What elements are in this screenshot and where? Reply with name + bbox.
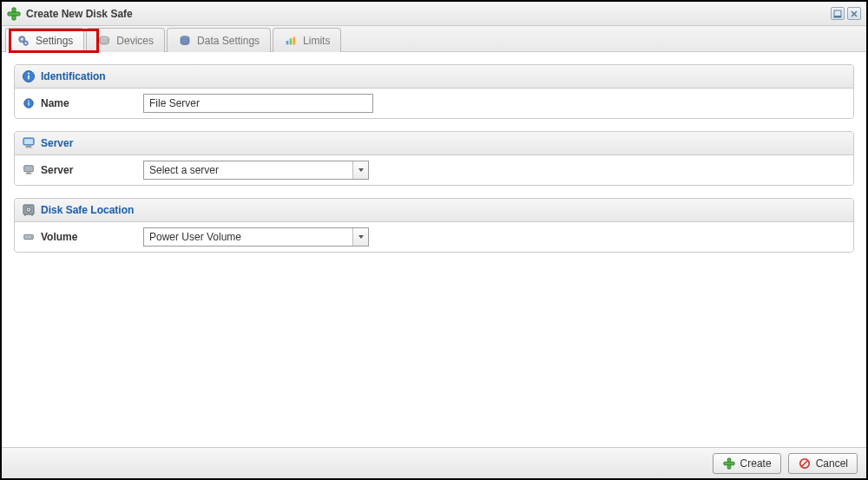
fieldset-identification: Identification Name bbox=[14, 64, 854, 119]
chart-icon bbox=[284, 34, 298, 48]
server-label: Server bbox=[41, 164, 73, 176]
drive-icon bbox=[22, 230, 36, 244]
tab-label: Settings bbox=[36, 35, 73, 47]
tab-label: Data Settings bbox=[197, 35, 260, 47]
chevron-down-icon bbox=[352, 228, 368, 246]
name-input[interactable] bbox=[143, 94, 373, 113]
svg-rect-3 bbox=[834, 16, 841, 17]
button-label: Cancel bbox=[816, 457, 848, 470]
window-title: Create New Disk Safe bbox=[26, 8, 825, 20]
svg-rect-18 bbox=[28, 102, 29, 106]
disk-icon bbox=[97, 34, 111, 48]
svg-rect-12 bbox=[290, 38, 293, 44]
svg-rect-31 bbox=[31, 214, 33, 215]
svg-rect-1 bbox=[8, 12, 20, 16]
volume-combo[interactable]: Power User Volume bbox=[143, 227, 369, 247]
svg-rect-13 bbox=[293, 37, 296, 45]
tab-settings[interactable]: Settings bbox=[5, 28, 84, 52]
footer: Create Cancel bbox=[2, 447, 866, 478]
chevron-down-icon bbox=[352, 161, 368, 179]
svg-rect-24 bbox=[24, 166, 34, 172]
info-icon bbox=[22, 96, 36, 110]
database-icon bbox=[178, 34, 192, 48]
fieldset-server: Server Server Select a server bbox=[14, 131, 854, 186]
fieldset-legend: Server bbox=[41, 137, 73, 149]
plus-icon bbox=[7, 7, 21, 21]
monitor-icon bbox=[22, 163, 36, 177]
create-button[interactable]: Create bbox=[713, 453, 781, 474]
fieldset-legend: Identification bbox=[41, 70, 106, 82]
close-button[interactable] bbox=[847, 7, 861, 20]
svg-rect-35 bbox=[723, 462, 733, 465]
minimize-button[interactable] bbox=[831, 7, 845, 20]
plus-icon bbox=[722, 457, 736, 470]
tabstrip: Settings Devices Data Settings Limits bbox=[2, 26, 866, 52]
server-combo[interactable]: Select a server bbox=[143, 161, 369, 180]
titlebar: Create New Disk Safe bbox=[2, 2, 866, 26]
tab-data-settings[interactable]: Data Settings bbox=[167, 28, 271, 52]
tab-label: Devices bbox=[116, 35, 154, 47]
content-area: Identification Name Server bbox=[2, 54, 866, 445]
svg-rect-21 bbox=[24, 139, 33, 144]
cancel-button[interactable]: Cancel bbox=[788, 453, 858, 474]
svg-rect-22 bbox=[26, 146, 31, 148]
volume-label: Volume bbox=[41, 231, 77, 243]
svg-point-16 bbox=[28, 73, 30, 75]
tab-devices[interactable]: Devices bbox=[86, 28, 165, 52]
svg-rect-11 bbox=[286, 41, 289, 44]
fieldset-disk-safe-location: Disk Safe Location Volume Power User Vol… bbox=[14, 198, 854, 253]
info-icon bbox=[22, 69, 36, 83]
name-label: Name bbox=[41, 97, 69, 109]
svg-point-29 bbox=[28, 209, 30, 211]
safe-icon bbox=[22, 203, 36, 217]
combo-text: Power User Volume bbox=[144, 231, 352, 243]
cancel-icon bbox=[798, 457, 812, 470]
svg-point-7 bbox=[25, 43, 27, 44]
gears-icon bbox=[16, 34, 30, 48]
svg-rect-15 bbox=[28, 76, 30, 80]
svg-rect-23 bbox=[25, 148, 32, 148]
svg-rect-26 bbox=[26, 174, 32, 174]
button-label: Create bbox=[740, 457, 772, 470]
svg-line-37 bbox=[801, 460, 807, 466]
fieldset-legend: Disk Safe Location bbox=[41, 204, 134, 216]
svg-point-19 bbox=[28, 100, 30, 102]
tab-label: Limits bbox=[303, 35, 330, 47]
svg-point-5 bbox=[21, 38, 23, 40]
svg-rect-30 bbox=[24, 214, 26, 215]
svg-rect-25 bbox=[26, 173, 30, 174]
svg-point-33 bbox=[31, 236, 33, 238]
monitor-icon bbox=[22, 136, 36, 150]
tab-limits[interactable]: Limits bbox=[273, 28, 341, 52]
combo-text: Select a server bbox=[144, 164, 352, 176]
